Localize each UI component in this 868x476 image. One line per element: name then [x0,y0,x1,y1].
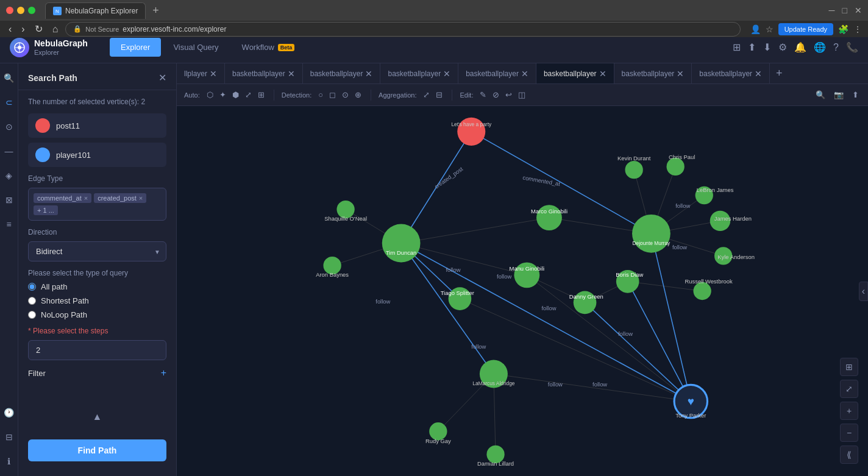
graph-layout-button[interactable]: ⊞ [840,358,858,376]
traffic-lights[interactable] [6,7,35,14]
right-panel-toggle[interactable]: ‹ [859,282,868,301]
edge-tag-2-remove[interactable]: × [139,194,143,202]
graph-tab-0-close[interactable]: ✕ [210,69,217,79]
node-russell[interactable] [693,282,711,300]
edit-btn-2[interactable]: ⊘ [491,88,501,101]
agg-btn-1[interactable]: ⤢ [421,88,432,101]
radio-shortest-path-input[interactable] [28,297,36,305]
edge-tag-1-remove[interactable]: × [84,194,88,202]
edit-btn-1[interactable]: ✎ [478,88,488,101]
sidebar-icon-info[interactable]: ℹ [2,454,16,469]
schema-icon[interactable]: ⊞ [733,41,741,53]
edit-btn-4[interactable]: ◫ [516,88,527,101]
address-bar[interactable]: 🔒 Not Secure explorer.vesoft-inc.com/exp… [65,22,740,37]
sidebar-icon-edge[interactable]: — [2,144,16,158]
import-icon[interactable]: ⬆ [748,41,756,53]
auto-btn-5[interactable]: ⊞ [256,88,266,101]
edit-btn-3[interactable]: ↩ [503,88,514,101]
graph-tab-3-close[interactable]: ✕ [443,69,450,79]
refresh-button[interactable]: ↻ [32,21,45,37]
sidebar-icon-path[interactable]: ⊂ [2,95,16,110]
browser-tab[interactable]: N NebulaGraph Explorer [45,2,146,19]
extensions-icon[interactable]: 🧩 [838,24,848,34]
node-kevin[interactable] [625,161,642,179]
radio-shortest-path[interactable]: Shortest Path [28,296,166,305]
radio-noloop-path[interactable]: NoLoop Path [28,310,166,319]
camera-button[interactable]: 📷 [832,88,845,101]
detect-btn-4[interactable]: ⊕ [353,88,363,101]
forward-button[interactable]: › [19,21,27,37]
radio-noloop-path-input[interactable] [28,311,36,319]
export-icon[interactable]: ⬇ [763,41,771,53]
zoom-fit-button[interactable]: ⟪ [840,446,858,464]
restore-icon[interactable]: □ [842,5,847,15]
find-path-button[interactable]: Find Path [28,439,166,461]
update-ready-button[interactable]: Update Ready [778,23,833,35]
settings-icon[interactable]: ⚙ [778,41,787,53]
sidebar-icon-history[interactable]: 🕐 [2,405,16,420]
search-graph-button[interactable]: 🔍 [814,88,827,101]
graph-fullscreen-button[interactable]: ⤢ [840,380,858,398]
help-icon[interactable]: ? [833,42,839,53]
graph-tab-7-close[interactable]: ✕ [755,69,762,79]
detect-btn-3[interactable]: ⊙ [340,88,350,101]
sidebar-icon-table[interactable]: ⊟ [2,430,16,444]
collapse-arrow[interactable]: ▲ [28,409,166,425]
graph-tab-1[interactable]: basketballplayer ✕ [225,63,303,84]
maximize-window-button[interactable] [28,7,35,14]
node-dejounte[interactable] [632,215,671,253]
filter-add-button[interactable]: + [161,368,166,378]
graph-tab-6-close[interactable]: ✕ [677,69,684,79]
home-button[interactable]: ⌂ [50,21,61,37]
node-chris[interactable] [667,158,685,176]
new-tab-button[interactable]: + [147,2,164,19]
minimize-window-button[interactable] [17,7,24,14]
share-button[interactable]: ⬆ [850,88,861,101]
zoom-out-button[interactable]: − [840,424,858,442]
close-icon[interactable]: ✕ [855,5,862,15]
graph-tab-4[interactable]: basketballplayer ✕ [458,63,536,84]
graph-tab-5[interactable]: basketballplayer ✕ [536,63,614,84]
language-icon[interactable]: 🌐 [814,41,826,53]
steps-input[interactable] [28,340,166,360]
graph-tab-3[interactable]: basketballplayer ✕ [380,63,458,84]
graph-tab-7[interactable]: basketballplayer ✕ [692,63,770,84]
graph-tab-2[interactable]: basketballplayer ✕ [303,63,381,84]
notification-icon[interactable]: 🔔 [794,41,806,53]
radio-all-path[interactable]: All path [28,282,166,291]
auto-btn-1[interactable]: ⬡ [205,88,215,101]
graph-tab-1-close[interactable]: ✕ [288,69,295,79]
close-panel-button[interactable]: ✕ [158,72,166,83]
sidebar-icon-search[interactable]: 🔍 [2,71,16,85]
phone-icon[interactable]: 📞 [846,41,858,53]
auto-btn-3[interactable]: ⬢ [230,88,241,101]
close-window-button[interactable] [6,7,13,14]
minimize-icon[interactable]: ─ [829,5,835,15]
add-tab-button[interactable]: + [770,67,789,80]
nav-tab-explorer[interactable]: Explorer [110,38,161,57]
nav-tab-visual-query[interactable]: Visual Query [162,38,229,57]
profile-icon[interactable]: 👤 [750,24,761,34]
nav-tab-workflow[interactable]: Workflow Beta [231,38,306,57]
graph-tab-0[interactable]: llplayer ✕ [177,63,225,84]
zoom-in-button[interactable]: + [840,402,858,420]
menu-icon[interactable]: ⋮ [853,24,862,34]
bookmark-icon[interactable]: ☆ [766,24,774,34]
graph-canvas[interactable]: created_post commented_at follow follow … [177,106,868,476]
auto-btn-4[interactable]: ⤢ [243,88,254,101]
graph-tab-2-close[interactable]: ✕ [365,69,372,79]
node-tim[interactable] [382,224,421,263]
radio-all-path-input[interactable] [28,283,36,291]
graph-tab-4-close[interactable]: ✕ [521,69,528,79]
sidebar-icon-graph[interactable]: ⊙ [2,119,16,134]
direction-select[interactable]: Bidirect Outbound Inbound [28,241,166,261]
auto-btn-2[interactable]: ✦ [218,88,228,101]
sidebar-icon-filter[interactable]: ⊠ [2,193,16,207]
sidebar-icon-layout[interactable]: ≡ [2,217,16,232]
back-button[interactable]: ‹ [6,21,14,37]
detect-btn-2[interactable]: ◻ [327,88,338,101]
sidebar-icon-schema[interactable]: ◈ [2,168,16,183]
agg-btn-2[interactable]: ⊟ [434,88,444,101]
detect-btn-1[interactable]: ○ [316,88,325,101]
graph-tab-6[interactable]: basketballplayer ✕ [614,63,692,84]
